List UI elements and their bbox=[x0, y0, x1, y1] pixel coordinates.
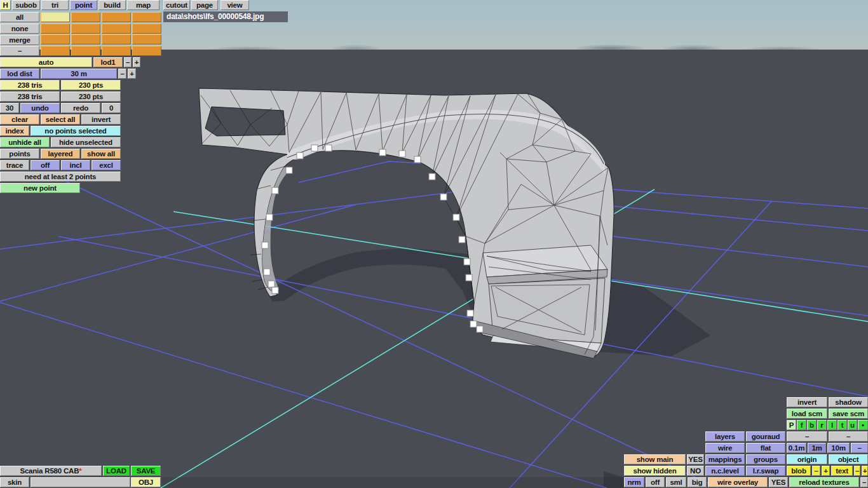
subobject-cell[interactable] bbox=[102, 34, 131, 44]
clear-button[interactable]: clear bbox=[0, 114, 39, 125]
subobject-cell[interactable] bbox=[71, 34, 100, 44]
new-point-button[interactable]: new point bbox=[0, 183, 80, 193]
wire-overlay-button[interactable]: wire overlay bbox=[708, 477, 768, 487]
shadow-button[interactable]: shadow bbox=[829, 397, 868, 407]
subobj-merge[interactable]: merge bbox=[0, 35, 39, 45]
hide-unselected-button[interactable]: hide unselected bbox=[51, 137, 121, 147]
layers-button[interactable]: layers bbox=[705, 431, 745, 442]
subobject-cell[interactable] bbox=[132, 24, 161, 34]
subobject-cell[interactable] bbox=[102, 24, 131, 34]
subobj-none[interactable]: none bbox=[0, 24, 39, 34]
tab-cutout[interactable]: cutout bbox=[163, 0, 190, 10]
blob-plus-button[interactable]: + bbox=[822, 466, 830, 476]
point-marker[interactable] bbox=[440, 194, 447, 200]
nrm-big-button[interactable]: big bbox=[688, 477, 707, 487]
grid-01m-button[interactable]: 0.1m bbox=[787, 443, 806, 453]
nrm-sml-button[interactable]: sml bbox=[666, 477, 686, 487]
subobject-cell[interactable] bbox=[102, 46, 131, 56]
nrm-off-button[interactable]: off bbox=[646, 477, 665, 487]
point-marker[interactable] bbox=[264, 269, 270, 275]
save-scm-button[interactable]: save scm bbox=[829, 409, 868, 419]
subobj-dash[interactable]: – bbox=[0, 46, 39, 56]
show-main-button[interactable]: show main bbox=[624, 454, 686, 464]
point-marker[interactable] bbox=[467, 310, 473, 316]
trace-button[interactable]: trace bbox=[0, 160, 29, 170]
grid-dash-button[interactable]: – bbox=[851, 443, 868, 453]
layered-button[interactable]: layered bbox=[41, 149, 80, 159]
subobject-cell[interactable] bbox=[71, 12, 100, 22]
view-b-button[interactable]: b bbox=[807, 420, 817, 430]
mesh-model[interactable] bbox=[199, 88, 614, 358]
subobject-cell[interactable] bbox=[132, 12, 161, 22]
text-minus-button[interactable]: – bbox=[854, 466, 860, 476]
show-all-button[interactable]: show all bbox=[81, 149, 121, 159]
tab-point[interactable]: point bbox=[70, 0, 97, 10]
load-button[interactable]: LOAD bbox=[103, 466, 130, 476]
blob-button[interactable]: blob bbox=[787, 466, 811, 476]
gouraud-button[interactable]: gouraud bbox=[746, 431, 785, 442]
grid-1m-button[interactable]: 1m bbox=[808, 443, 826, 453]
groups-button[interactable]: groups bbox=[746, 454, 785, 464]
menu-h-button[interactable]: H bbox=[0, 0, 11, 10]
point-marker[interactable] bbox=[325, 145, 332, 151]
dist-minus-button[interactable]: – bbox=[118, 69, 126, 79]
grid-10m-button[interactable]: 10m bbox=[827, 443, 850, 453]
object-button[interactable]: object bbox=[829, 454, 868, 464]
view-dot-icon[interactable]: • bbox=[858, 420, 868, 430]
invert-button[interactable]: invert bbox=[787, 397, 827, 407]
lod-minus-button[interactable]: – bbox=[124, 57, 132, 67]
subobject-cell[interactable] bbox=[71, 46, 100, 56]
subobject-cell[interactable] bbox=[41, 24, 70, 34]
redo-button[interactable]: redo bbox=[61, 103, 100, 113]
mappings-button[interactable]: mappings bbox=[705, 454, 745, 464]
nrm-button[interactable]: nrm bbox=[624, 477, 644, 487]
unhide-all-button[interactable]: unhide all bbox=[0, 137, 50, 147]
point-marker[interactable] bbox=[266, 214, 273, 220]
point-marker[interactable] bbox=[379, 149, 386, 156]
lod-auto-button[interactable]: auto bbox=[0, 57, 92, 67]
show-hidden-button[interactable]: show hidden bbox=[624, 466, 686, 476]
subobject-cell[interactable] bbox=[132, 34, 161, 44]
lod-dist-value[interactable]: 30 m bbox=[41, 69, 117, 79]
tab-page[interactable]: page bbox=[191, 0, 218, 10]
flat-button[interactable]: flat bbox=[746, 443, 785, 453]
view-l-button[interactable]: l bbox=[827, 420, 837, 430]
subobject-cell[interactable] bbox=[102, 12, 131, 22]
point-marker[interactable] bbox=[453, 214, 459, 220]
point-marker[interactable] bbox=[414, 156, 421, 163]
subobj-all[interactable]: all bbox=[0, 12, 39, 22]
skin-name-field[interactable] bbox=[31, 477, 130, 487]
trace-incl-button[interactable]: incl bbox=[61, 160, 90, 170]
point-marker[interactable] bbox=[272, 187, 278, 194]
view-t-button[interactable]: t bbox=[837, 420, 847, 430]
text-button[interactable]: text bbox=[831, 466, 853, 476]
index-button[interactable]: index bbox=[0, 126, 29, 136]
show-main-yes[interactable]: YES bbox=[687, 454, 704, 464]
reload-dash-button[interactable]: – bbox=[860, 477, 868, 487]
origin-button[interactable]: origin bbox=[787, 454, 827, 464]
reload-textures-button[interactable]: reload textures bbox=[789, 477, 859, 487]
subobject-cell[interactable] bbox=[41, 46, 70, 56]
tab-map[interactable]: map bbox=[127, 0, 159, 10]
nc-level-button[interactable]: n.c.level bbox=[705, 466, 745, 476]
point-marker[interactable] bbox=[466, 274, 472, 281]
view-r-button[interactable]: r bbox=[817, 420, 827, 430]
subobject-cell[interactable] bbox=[41, 34, 70, 44]
point-marker[interactable] bbox=[429, 173, 435, 180]
invert-selection-button[interactable]: invert bbox=[81, 114, 121, 125]
tab-subob[interactable]: subob bbox=[12, 0, 40, 10]
model-name-button[interactable]: Scania R580 CAB* bbox=[0, 466, 102, 476]
point-marker[interactable] bbox=[272, 287, 278, 294]
subobject-cell[interactable] bbox=[71, 24, 100, 34]
point-marker[interactable] bbox=[459, 236, 465, 243]
trace-excl-button[interactable]: excl bbox=[92, 160, 121, 170]
subobject-cell[interactable] bbox=[41, 12, 70, 22]
blob-minus-button[interactable]: – bbox=[812, 466, 820, 476]
tab-view[interactable]: view bbox=[220, 0, 249, 10]
wire-button[interactable]: wire bbox=[705, 443, 745, 453]
show-hidden-no[interactable]: NO bbox=[687, 466, 704, 476]
load-scm-button[interactable]: load scm bbox=[787, 409, 827, 419]
point-marker[interactable] bbox=[268, 281, 275, 287]
wire-overlay-yes[interactable]: YES bbox=[769, 477, 788, 487]
skin-button[interactable]: skin bbox=[0, 477, 29, 487]
